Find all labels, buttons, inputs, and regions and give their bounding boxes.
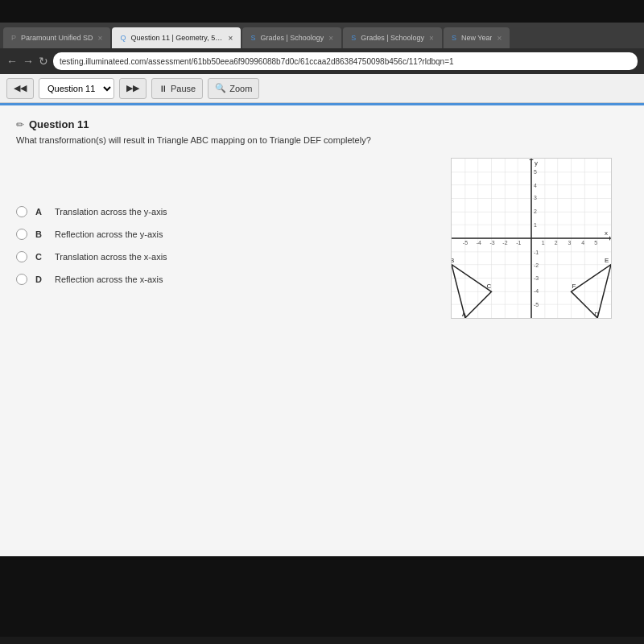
svg-marker-52 xyxy=(572,265,612,318)
tab-question11[interactable]: Q Question 11 | Geometry, 5141 × xyxy=(112,27,241,48)
svg-text:4: 4 xyxy=(581,240,584,246)
next-button[interactable]: ▶▶ xyxy=(119,78,147,99)
svg-text:-1: -1 xyxy=(534,250,539,255)
pencil-icon: ✏ xyxy=(16,119,24,130)
question-header: ✏ Question 11 xyxy=(16,118,628,130)
tab-favicon: Q xyxy=(120,34,126,42)
radio-d[interactable] xyxy=(16,274,27,285)
svg-text:3: 3 xyxy=(534,195,537,200)
bottom-bar xyxy=(0,556,644,637)
choice-label-c: C xyxy=(35,252,47,262)
tab-close-icon[interactable]: × xyxy=(429,34,434,43)
svg-marker-48 xyxy=(452,265,492,318)
pause-label: Pause xyxy=(171,84,196,93)
svg-text:-3: -3 xyxy=(490,240,495,246)
svg-text:-5: -5 xyxy=(463,240,468,246)
svg-text:-3: -3 xyxy=(534,275,539,281)
browser-chrome: P Paramount Unified SD × Q Question 11 |… xyxy=(0,23,644,105)
tab-close-icon[interactable]: × xyxy=(497,34,502,43)
svg-text:-5: -5 xyxy=(534,302,539,308)
graph-section: x y 1 2 3 4 5 -1 -2 -3 -4 -5 1 2 3 4 5 xyxy=(451,158,628,322)
tab-close-icon[interactable]: × xyxy=(98,34,103,43)
svg-text:E: E xyxy=(605,257,609,264)
svg-text:C: C xyxy=(487,283,492,290)
tab-grades2[interactable]: S Grades | Schoology × xyxy=(343,27,442,48)
content-layout: A Translation across the y-axis B Reflec… xyxy=(16,158,628,322)
prev-icon: ◀◀ xyxy=(14,83,27,93)
answer-choices: A Translation across the y-axis B Reflec… xyxy=(16,206,435,285)
zoom-icon: 🔍 xyxy=(215,83,226,93)
top-bar xyxy=(0,0,644,23)
svg-marker-23 xyxy=(609,236,611,241)
choice-label-b: B xyxy=(35,229,47,239)
assessment-toolbar: ◀◀ Question 11 ▶▶ ⏸ Pause 🔍 Zoom xyxy=(0,74,644,103)
svg-text:-4: -4 xyxy=(477,240,481,246)
forward-button[interactable]: → xyxy=(23,55,34,68)
svg-text:3: 3 xyxy=(568,240,572,246)
svg-text:2: 2 xyxy=(534,208,537,214)
tab-close-icon[interactable]: × xyxy=(328,34,333,43)
tab-favicon: S xyxy=(250,34,255,42)
tab-close-icon[interactable]: × xyxy=(229,34,233,43)
answer-section: A Translation across the y-axis B Reflec… xyxy=(16,158,435,322)
tab-favicon: S xyxy=(452,34,456,42)
tab-label: Paramount Unified SD xyxy=(21,34,93,42)
pause-button[interactable]: ⏸ Pause xyxy=(151,78,203,99)
choice-row-d: D Reflection across the x-axis xyxy=(16,274,435,285)
svg-text:5: 5 xyxy=(534,169,537,175)
question-dropdown[interactable]: Question 11 xyxy=(39,78,114,99)
tab-newyear[interactable]: S New Year × xyxy=(444,27,510,48)
svg-text:1: 1 xyxy=(534,222,537,228)
url-input[interactable] xyxy=(53,52,638,70)
choice-text-b: Reflection across the y-axis xyxy=(55,229,163,239)
question-text: What transformation(s) will result in Tr… xyxy=(16,135,628,145)
svg-text:D: D xyxy=(594,311,599,318)
svg-text:-2: -2 xyxy=(502,240,507,246)
svg-text:-1: -1 xyxy=(516,240,521,246)
address-bar: ← → ↻ xyxy=(0,48,644,74)
svg-text:B: B xyxy=(451,257,454,264)
choice-row-a: A Translation across the y-axis xyxy=(16,206,435,217)
zoom-label: Zoom xyxy=(229,84,252,93)
svg-text:-2: -2 xyxy=(534,262,539,268)
prev-button[interactable]: ◀◀ xyxy=(6,78,34,99)
tab-label: Grades | Schoology xyxy=(260,34,324,42)
choice-text-a: Translation across the y-axis xyxy=(55,207,167,217)
question-number: Question 11 xyxy=(29,118,89,130)
refresh-button[interactable]: ↻ xyxy=(39,55,48,68)
choice-text-d: Reflection across the x-axis xyxy=(55,275,163,284)
choice-row-b: B Reflection across the y-axis xyxy=(16,229,435,240)
radio-b[interactable] xyxy=(16,229,27,240)
tab-favicon: P xyxy=(11,34,16,42)
tab-label: Question 11 | Geometry, 5141 xyxy=(130,34,223,42)
back-button[interactable]: ← xyxy=(6,55,18,68)
radio-c[interactable] xyxy=(16,251,27,262)
svg-text:x: x xyxy=(605,229,608,237)
coordinate-graph: x y 1 2 3 4 5 -1 -2 -3 -4 -5 1 2 3 4 5 xyxy=(451,158,612,319)
main-content: ✏ Question 11 What transformation(s) wil… xyxy=(0,105,644,556)
question-selector[interactable]: Question 11 xyxy=(39,78,114,99)
svg-text:4: 4 xyxy=(534,183,537,188)
choice-label-a: A xyxy=(35,207,47,217)
tab-grades1[interactable]: S Grades | Schoology × xyxy=(242,27,341,48)
tab-favicon: S xyxy=(351,34,356,42)
radio-a[interactable] xyxy=(16,206,27,217)
svg-text:5: 5 xyxy=(594,240,597,246)
choice-row-c: C Translation across the x-axis xyxy=(16,251,435,262)
choice-label-d: D xyxy=(35,275,47,284)
tab-label: Grades | Schoology xyxy=(361,34,424,42)
next-icon: ▶▶ xyxy=(126,83,139,93)
svg-text:-4: -4 xyxy=(534,288,539,294)
svg-marker-25 xyxy=(529,159,534,160)
svg-text:y: y xyxy=(535,159,538,167)
svg-text:A: A xyxy=(462,311,467,318)
zoom-button[interactable]: 🔍 Zoom xyxy=(208,78,259,99)
choice-text-c: Translation across the x-axis xyxy=(55,252,167,262)
tab-bar: P Paramount Unified SD × Q Question 11 |… xyxy=(0,23,644,48)
pause-icon: ⏸ xyxy=(159,84,167,93)
svg-text:2: 2 xyxy=(555,240,558,246)
svg-text:F: F xyxy=(572,283,576,290)
tab-label: New Year xyxy=(461,34,493,42)
svg-text:1: 1 xyxy=(542,240,545,246)
tab-paramount[interactable]: P Paramount Unified SD × xyxy=(3,27,110,48)
